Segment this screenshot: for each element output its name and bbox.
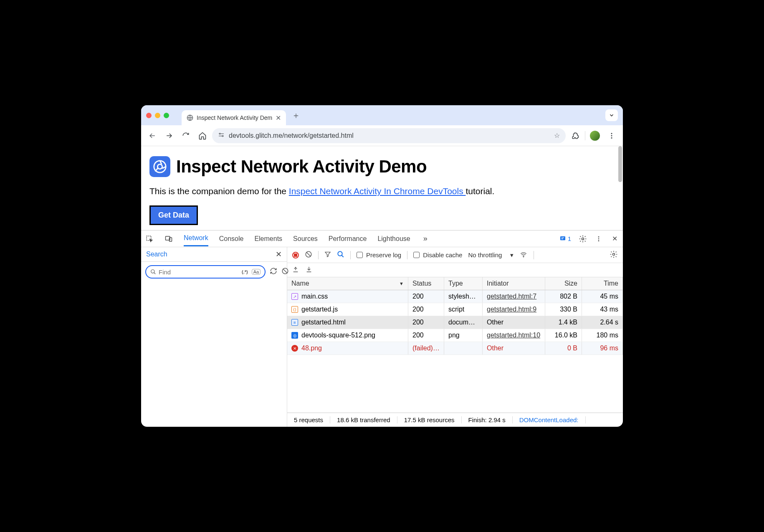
table-row[interactable]: ≡getstarted.html200docum…Other1.4 kB2.64… (287, 316, 623, 329)
table-row[interactable]: ↗main.css200stylesh…getstarted.html:7802… (287, 290, 623, 303)
cell-initiator[interactable]: getstarted.html:9 (483, 303, 545, 316)
cell-type: docum… (444, 316, 483, 329)
cell-type (444, 342, 483, 355)
tab-elements[interactable]: Elements (254, 232, 282, 246)
file-css-icon: ↗ (291, 293, 298, 300)
devtools-tabstrip: Network Console Elements Sources Perform… (141, 231, 623, 247)
globe-icon (187, 114, 193, 121)
svg-point-14 (598, 238, 600, 239)
svg-point-15 (598, 240, 600, 241)
cell-status: 200 (408, 290, 444, 303)
cell-time: 45 ms (582, 290, 623, 303)
reload-button[interactable] (179, 129, 193, 143)
filter-icon[interactable] (324, 251, 331, 259)
profile-avatar[interactable] (588, 129, 602, 143)
cell-initiator[interactable]: getstarted.html:7 (483, 290, 545, 303)
devtools-menu-icon[interactable] (595, 236, 603, 242)
cell-size: 0 B (545, 342, 582, 355)
browser-menu-button[interactable] (605, 129, 619, 143)
tab-network[interactable]: Network (184, 231, 208, 246)
search-close-icon[interactable]: ✕ (276, 250, 282, 259)
get-data-button[interactable]: Get Data (149, 205, 198, 225)
tutorial-link[interactable]: Inspect Network Activity In Chrome DevTo… (289, 186, 466, 196)
cell-initiator[interactable]: Other (483, 342, 545, 355)
cell-status: 200 (408, 329, 444, 342)
search-tab-label[interactable]: Search (146, 251, 167, 258)
window-minimize[interactable] (155, 113, 160, 118)
col-name[interactable]: Name▼ (287, 277, 408, 290)
tab-sources[interactable]: Sources (293, 232, 318, 246)
cell-time: 2.64 s (582, 316, 623, 329)
svg-point-19 (338, 251, 342, 256)
window-maximize[interactable] (164, 113, 169, 118)
devtools-panel: Network Console Elements Sources Perform… (141, 230, 623, 427)
throttling-select[interactable]: No throttling▾ (468, 251, 514, 259)
back-button[interactable] (145, 129, 159, 143)
search-icon (150, 269, 156, 275)
inspect-element-icon[interactable] (145, 235, 154, 243)
search-input-box[interactable]: (.*) Aa (145, 265, 266, 279)
summary-transferred: 18.6 kB transferred (330, 416, 397, 423)
url-text: devtools.glitch.me/network/getstarted.ht… (229, 132, 550, 139)
tabs-dropdown-button[interactable] (605, 109, 618, 121)
network-pane: Preserve log Disable cache No throttling… (287, 247, 623, 427)
tab-console[interactable]: Console (219, 232, 244, 246)
tab-strip: Inspect Network Activity Dem ✕ ＋ (141, 105, 623, 125)
site-settings-icon[interactable] (218, 132, 225, 140)
table-row[interactable]: ◎devtools-square-512.png200pnggetstarted… (287, 329, 623, 342)
network-toolbar: Preserve log Disable cache No throttling… (287, 247, 623, 263)
svg-point-21 (613, 253, 615, 256)
issues-badge[interactable]: 1 (559, 235, 571, 242)
bookmark-star-icon[interactable]: ☆ (554, 132, 560, 139)
file-name: getstarted.html (301, 319, 346, 326)
case-toggle[interactable]: Aa (252, 269, 261, 275)
window-close[interactable] (146, 113, 152, 118)
more-tabs-icon[interactable]: » (421, 234, 430, 243)
devtools-close-icon[interactable]: ✕ (610, 235, 619, 243)
home-button[interactable] (195, 129, 210, 143)
tab-performance[interactable]: Performance (329, 232, 367, 246)
col-type[interactable]: Type (444, 277, 483, 290)
scrollbar-thumb[interactable] (618, 146, 622, 182)
cell-initiator[interactable]: Other (483, 316, 545, 329)
page-heading: Inspect Network Activity Demo (176, 157, 427, 177)
col-initiator[interactable]: Initiator (483, 277, 545, 290)
forward-button[interactable] (162, 129, 176, 143)
tab-close-icon[interactable]: ✕ (276, 114, 281, 122)
disable-cache-checkbox[interactable]: Disable cache (413, 251, 462, 258)
network-table: Name▼ Status Type Initiator Size Time ↗m… (287, 277, 623, 413)
extensions-button[interactable] (568, 129, 582, 143)
divider (350, 251, 351, 259)
file-name: devtools-square-512.png (301, 332, 375, 339)
preserve-log-checkbox[interactable]: Preserve log (357, 251, 401, 258)
network-settings-icon[interactable] (610, 250, 618, 260)
summary-requests: 5 requests (287, 416, 330, 423)
tab-lighthouse[interactable]: Lighthouse (377, 232, 410, 246)
settings-gear-icon[interactable] (579, 235, 587, 243)
col-time[interactable]: Time (582, 277, 623, 290)
cell-initiator[interactable]: getstarted.html:10 (483, 329, 545, 342)
svg-point-13 (598, 236, 600, 238)
search-pane: Search ✕ (.*) Aa (141, 247, 287, 427)
refresh-search-icon[interactable] (270, 267, 277, 276)
table-row[interactable]: ✕48.png(failed)…Other0 B96 ms (287, 342, 623, 355)
browser-toolbar: devtools.glitch.me/network/getstarted.ht… (141, 125, 623, 146)
import-har-icon[interactable] (306, 266, 312, 274)
col-status[interactable]: Status (408, 277, 444, 290)
device-toolbar-icon[interactable] (164, 235, 173, 243)
table-row[interactable]: ⟨⟩getstarted.js200scriptgetstarted.html:… (287, 303, 623, 316)
record-button[interactable] (292, 252, 299, 258)
browser-tab[interactable]: Inspect Network Activity Dem ✕ (182, 110, 286, 125)
address-bar[interactable]: devtools.glitch.me/network/getstarted.ht… (212, 128, 566, 143)
cell-time: 96 ms (582, 342, 623, 355)
new-tab-button[interactable]: ＋ (292, 110, 300, 121)
col-size[interactable]: Size (545, 277, 582, 290)
cell-size: 330 B (545, 303, 582, 316)
clear-log-icon[interactable] (305, 251, 312, 259)
svg-point-5 (611, 137, 612, 138)
search-input[interactable] (159, 269, 238, 276)
search-network-icon[interactable] (337, 251, 344, 259)
export-har-icon[interactable] (292, 266, 299, 274)
network-conditions-icon[interactable] (519, 251, 528, 259)
regex-toggle[interactable]: (.*) (240, 269, 249, 274)
